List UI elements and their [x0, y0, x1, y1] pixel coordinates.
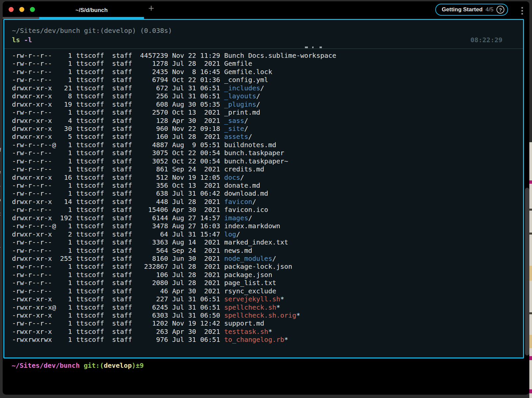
file-name: credits.md	[224, 165, 264, 173]
file-row: drwxr-xr-x 4 ttscoff staff 128 Apr 30 20…	[4, 117, 523, 125]
prompt-path: ~/Sites/dev/bunch	[12, 361, 80, 369]
help-icon[interactable]: ?	[496, 6, 504, 14]
executable-name: testtask.sh	[224, 328, 268, 336]
shell-prompt: ~/Sites/dev/bunch git:(develop) (0.038s)	[12, 26, 523, 35]
directory-name: log	[224, 230, 236, 238]
clipped-scrollback-fragment	[320, 47, 322, 48]
directory-name: images	[224, 214, 248, 222]
file-row: -rw-r--r-- 1 ttscoff staff 4457239 Nov 2…	[4, 51, 523, 59]
file-row: -rw-r--r-- 1 ttscoff staff 232867 Jul 28…	[4, 262, 523, 270]
file-row: -rw-r--r-- 1 ttscoff staff 1202 Nov 19 1…	[4, 319, 523, 327]
file-name: support.md	[224, 319, 264, 327]
file-name: bunch.taskpaper	[224, 149, 284, 157]
file-name: news.md	[224, 247, 252, 254]
badge-progress: 4/5	[485, 6, 493, 13]
tab-current[interactable]: ~/S/d/bunch	[39, 1, 144, 19]
file-row: drwxr-xr-x 5 ttscoff staff 160 Jul 28 20…	[4, 133, 523, 141]
file-name: page_list.txt	[224, 279, 276, 287]
file-name: package.json	[224, 271, 272, 279]
directory-name: _sass	[224, 117, 244, 125]
file-row: -rw-r--r-- 1 ttscoff staff 3052 Oct 22 0…	[4, 157, 523, 165]
file-row: -rw-r--r-- 1 ttscoff staff 564 Sep 24 20…	[4, 247, 523, 254]
file-row: drwxr-xr-x 255 ttscoff staff 8160 Jun 30…	[4, 254, 523, 262]
file-row: drwxr-xr-x 14 ttscoff staff 448 Jul 28 2…	[4, 198, 523, 206]
file-row: drwxr-xr-x 2 ttscoff staff 64 Jul 31 15:…	[4, 230, 523, 238]
zoom-button[interactable]	[30, 7, 35, 12]
file-name: marked_index.txt	[224, 238, 288, 246]
close-button[interactable]	[9, 7, 14, 12]
file-row: -rwxr-xr-x 1 ttscoff staff 263 Apr 30 20…	[4, 328, 523, 336]
file-row: -rw-r--r-- 1 ttscoff staff 1278 Jul 28 2…	[4, 59, 523, 67]
executable-name: servejekyll.sh	[224, 295, 280, 303]
directory-name: _site	[224, 125, 244, 133]
file-row: -rwxr-xr-x 1 ttscoff staff 6303 Jul 31 0…	[4, 311, 523, 319]
getting-started-badge[interactable]: Getting Started 4/5 ?	[435, 4, 508, 16]
file-row: -rwxr-xr-x@ 1 ttscoff staff 6245 Jul 31 …	[4, 303, 523, 311]
clipped-scrollback-fragment	[305, 47, 308, 48]
command-args: -l	[20, 36, 32, 44]
file-row: -rw-r--r-- 1 ttscoff staff 861 Sep 24 20…	[4, 165, 523, 173]
executable-name: spellcheck.sh	[224, 303, 276, 311]
file-row: -rw-r--r--@ 1 ttscoff staff 4887 Aug 9 0…	[4, 141, 523, 149]
file-row: -rw-r--r-- 1 ttscoff staff 106 Jul 28 20…	[4, 271, 523, 279]
directory-name: favicon	[224, 198, 252, 206]
directory-name: _plugins	[224, 100, 256, 108]
prompt-git-branch: develop	[104, 361, 132, 369]
tab-title: ~/S/d/bunch	[75, 7, 108, 14]
file-name: _config.yml	[224, 76, 268, 84]
executable-name: to_changelog.rb	[224, 336, 284, 344]
executable-name: spellcheck.sh.orig	[224, 311, 296, 319]
file-name: package-lock.json	[224, 262, 292, 270]
background-window-left-sliver: Weioci	[0, 143, 2, 252]
prompt-git-prefix: git:(	[80, 361, 104, 369]
file-row: drwxr-xr-x 192 ttscoff staff 6144 Aug 27…	[4, 214, 523, 222]
file-row: -rw-r--r-- 1 ttscoff staff 638 Jul 31 06…	[4, 189, 523, 197]
command-name: ls	[12, 36, 20, 44]
file-name: index.markdown	[224, 222, 280, 230]
prompt-git-suffix: )±9	[132, 361, 144, 369]
file-row: drwxr-xr-x 30 ttscoff staff 960 Nov 22 0…	[4, 125, 523, 133]
background-window-right-sliver	[529, 142, 532, 398]
scrollbar-thumb[interactable]	[525, 188, 529, 355]
new-tab-button[interactable]: +	[148, 3, 154, 13]
shell-input-area[interactable]: ~/Sites/dev/bunch git:(develop)±9	[3, 358, 524, 394]
file-row: -rw-r--r-- 1 ttscoff staff 2570 Oct 13 2…	[4, 108, 523, 116]
badge-label: Getting Started	[442, 6, 483, 13]
minimize-button[interactable]	[19, 7, 24, 12]
tab-bar: ~/S/d/bunch + Getting Started 4/5 ?	[3, 1, 529, 19]
file-name: rsync_exclude	[224, 287, 276, 295]
file-row: drwxr-xr-x 21 ttscoff staff 672 Jul 31 0…	[4, 84, 523, 92]
file-name: _print.md	[224, 108, 260, 116]
overflow-menu-icon[interactable]	[520, 6, 524, 15]
file-name: Gemfile	[224, 59, 252, 67]
directory-name: docs	[224, 173, 240, 181]
file-name: download.md	[224, 189, 268, 197]
file-row: -rw-r--r-- 1 ttscoff staff 3363 Aug 14 2…	[4, 238, 523, 246]
terminal-pane[interactable]: ~/Sites/dev/bunch git:(develop) (0.038s)…	[3, 19, 524, 358]
file-row: -rw-r--r-- 1 ttscoff staff 3075 Oct 22 0…	[4, 149, 523, 157]
file-row: -rw-r--r-- 1 ttscoff staff 46 Apr 30 202…	[4, 287, 523, 295]
file-listing: -rw-r--r-- 1 ttscoff staff 4457239 Nov 2…	[4, 51, 523, 344]
directory-name: node_modules	[224, 254, 272, 262]
file-row: -rwxrwxrwx 1 ttscoff staff 976 Jul 31 06…	[4, 336, 523, 344]
file-row: drwxr-xr-x 8 ttscoff staff 256 Jul 31 06…	[4, 92, 523, 100]
file-row: -rw-r--r--@ 1 ttscoff staff 3478 Aug 27 …	[4, 222, 523, 230]
directory-name: _layouts	[224, 92, 256, 100]
file-row: drwxr-xr-x 19 ttscoff staff 608 Aug 30 0…	[4, 100, 523, 108]
command-timestamp: 08:22:29	[470, 35, 502, 45]
directory-name: _includes	[224, 84, 260, 92]
command-line: 08:22:29ls -l	[12, 35, 523, 45]
file-name: donate.md	[224, 181, 260, 189]
file-row: drwxr-xr-x 16 ttscoff staff 512 Nov 19 1…	[4, 173, 523, 181]
file-name: favicon.ico	[224, 206, 268, 214]
clipped-scrollback-fragment	[312, 47, 314, 48]
file-name: Bunch Docs.sublime-workspace	[224, 51, 336, 59]
directory-name: assets	[224, 133, 248, 141]
file-row: -rw-r--r-- 1 ttscoff staff 15406 Apr 30 …	[4, 206, 523, 214]
file-name: bunch.taskpaper~	[224, 157, 288, 165]
terminal-window: ~/S/d/bunch + Getting Started 4/5 ? ~/Si…	[3, 1, 529, 395]
command-separator	[4, 49, 523, 49]
file-row: -rw-r--r-- 1 ttscoff staff 356 Oct 13 20…	[4, 181, 523, 189]
file-name: Gemfile.lock	[224, 68, 272, 76]
file-row: -rw-r--r-- 1 ttscoff staff 2080 Jul 28 2…	[4, 279, 523, 287]
